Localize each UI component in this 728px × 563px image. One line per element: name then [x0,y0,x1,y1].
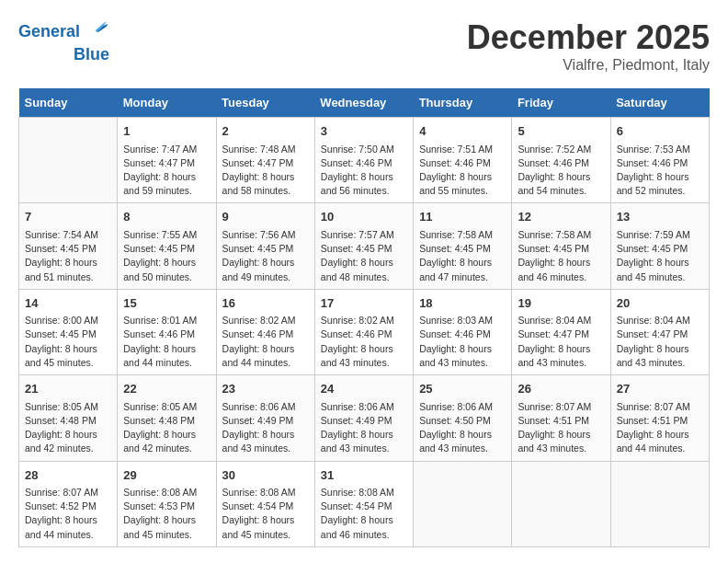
calendar-cell: 16Sunrise: 8:02 AMSunset: 4:46 PMDayligh… [216,289,314,374]
column-header-tuesday: Tuesday [216,88,314,118]
day-number: 24 [321,380,407,398]
calendar-cell: 10Sunrise: 7:57 AMSunset: 4:45 PMDayligh… [314,203,413,289]
day-info: Sunrise: 8:06 AMSunset: 4:50 PMDaylight:… [419,400,506,456]
calendar-cell: 24Sunrise: 8:06 AMSunset: 4:49 PMDayligh… [314,375,413,461]
day-info: Sunrise: 7:56 AMSunset: 4:45 PMDaylight:… [222,228,309,284]
day-info: Sunrise: 7:51 AMSunset: 4:46 PMDaylight:… [419,143,506,199]
calendar-week-3: 14Sunrise: 8:00 AMSunset: 4:45 PMDayligh… [19,289,710,374]
day-number: 22 [123,380,210,398]
day-number: 4 [419,122,506,141]
logo-blue: Blue [74,46,109,64]
day-number: 2 [222,122,309,141]
calendar-table: SundayMondayTuesdayWednesdayThursdayFrid… [18,88,710,547]
day-number: 17 [321,294,407,313]
day-info: Sunrise: 7:58 AMSunset: 4:45 PMDaylight:… [518,228,604,284]
calendar-cell: 28Sunrise: 8:07 AMSunset: 4:52 PMDayligh… [19,461,118,546]
calendar-cell: 8Sunrise: 7:55 AMSunset: 4:45 PMDaylight… [118,203,216,289]
day-info: Sunrise: 8:00 AMSunset: 4:45 PMDaylight:… [25,314,111,370]
calendar-cell: 11Sunrise: 7:58 AMSunset: 4:45 PMDayligh… [414,203,512,289]
location-subtitle: Vialfre, Piedmont, Italy [467,57,710,74]
day-info: Sunrise: 8:06 AMSunset: 4:49 PMDaylight:… [222,400,309,456]
day-number: 18 [419,294,506,313]
day-number: 7 [25,208,111,226]
day-info: Sunrise: 7:50 AMSunset: 4:46 PMDaylight:… [321,143,407,199]
day-info: Sunrise: 8:07 AMSunset: 4:51 PMDaylight:… [617,400,703,456]
calendar-cell: 18Sunrise: 8:03 AMSunset: 4:46 PMDayligh… [414,289,512,374]
calendar-week-4: 21Sunrise: 8:05 AMSunset: 4:48 PMDayligh… [19,375,710,461]
calendar-cell: 1Sunrise: 7:47 AMSunset: 4:47 PMDaylight… [118,118,216,203]
calendar-cell [414,461,512,546]
calendar-cell: 13Sunrise: 7:59 AMSunset: 4:45 PMDayligh… [610,203,709,289]
calendar-cell: 27Sunrise: 8:07 AMSunset: 4:51 PMDayligh… [610,375,709,461]
calendar-cell: 6Sunrise: 7:53 AMSunset: 4:46 PMDaylight… [610,118,709,203]
column-header-sunday: Sunday [19,88,118,118]
calendar-cell: 31Sunrise: 8:08 AMSunset: 4:54 PMDayligh… [314,461,413,546]
calendar-cell: 9Sunrise: 7:56 AMSunset: 4:45 PMDaylight… [216,203,314,289]
calendar-cell: 22Sunrise: 8:05 AMSunset: 4:48 PMDayligh… [118,375,216,461]
logo: General Blue [18,18,109,64]
day-info: Sunrise: 8:02 AMSunset: 4:46 PMDaylight:… [222,314,309,370]
day-number: 29 [123,466,210,485]
day-info: Sunrise: 8:05 AMSunset: 4:48 PMDaylight:… [25,400,111,456]
day-number: 28 [25,466,111,485]
day-info: Sunrise: 8:04 AMSunset: 4:47 PMDaylight:… [518,314,604,370]
day-info: Sunrise: 8:08 AMSunset: 4:54 PMDaylight:… [222,486,309,542]
calendar-header-row: SundayMondayTuesdayWednesdayThursdayFrid… [19,88,710,118]
calendar-week-5: 28Sunrise: 8:07 AMSunset: 4:52 PMDayligh… [19,461,710,546]
column-header-wednesday: Wednesday [314,88,413,118]
day-info: Sunrise: 8:05 AMSunset: 4:48 PMDaylight:… [123,400,210,456]
day-info: Sunrise: 7:48 AMSunset: 4:47 PMDaylight:… [222,143,309,199]
calendar-cell: 19Sunrise: 8:04 AMSunset: 4:47 PMDayligh… [512,289,610,374]
calendar-cell: 2Sunrise: 7:48 AMSunset: 4:47 PMDaylight… [216,118,314,203]
day-number: 9 [222,208,309,226]
logo-bird-icon [82,18,109,46]
calendar-cell [19,118,118,203]
page-header: General Blue December 2025 Vialfre, Pied… [18,18,710,74]
day-number: 23 [222,380,309,398]
column-header-thursday: Thursday [414,88,512,118]
calendar-cell: 4Sunrise: 7:51 AMSunset: 4:46 PMDaylight… [414,118,512,203]
day-number: 21 [25,380,111,398]
calendar-cell: 3Sunrise: 7:50 AMSunset: 4:46 PMDaylight… [314,118,413,203]
column-header-friday: Friday [512,88,610,118]
calendar-cell: 23Sunrise: 8:06 AMSunset: 4:49 PMDayligh… [216,375,314,461]
day-info: Sunrise: 8:02 AMSunset: 4:46 PMDaylight:… [321,314,407,370]
day-number: 12 [518,208,604,226]
day-number: 11 [419,208,506,226]
day-info: Sunrise: 8:03 AMSunset: 4:46 PMDaylight:… [419,314,506,370]
day-number: 19 [518,294,604,313]
day-number: 20 [617,294,703,313]
logo-general: General [18,23,80,41]
day-number: 14 [25,294,111,313]
day-info: Sunrise: 7:55 AMSunset: 4:45 PMDaylight:… [123,228,210,284]
calendar-cell: 20Sunrise: 8:04 AMSunset: 4:47 PMDayligh… [610,289,709,374]
calendar-week-1: 1Sunrise: 7:47 AMSunset: 4:47 PMDaylight… [19,118,710,203]
calendar-cell: 30Sunrise: 8:08 AMSunset: 4:54 PMDayligh… [216,461,314,546]
day-number: 26 [518,380,604,398]
calendar-cell: 7Sunrise: 7:54 AMSunset: 4:45 PMDaylight… [19,203,118,289]
day-info: Sunrise: 7:58 AMSunset: 4:45 PMDaylight:… [419,228,506,284]
day-number: 30 [222,466,309,485]
calendar-week-2: 7Sunrise: 7:54 AMSunset: 4:45 PMDaylight… [19,203,710,289]
calendar-cell: 14Sunrise: 8:00 AMSunset: 4:45 PMDayligh… [19,289,118,374]
calendar-cell: 26Sunrise: 8:07 AMSunset: 4:51 PMDayligh… [512,375,610,461]
calendar-cell: 29Sunrise: 8:08 AMSunset: 4:53 PMDayligh… [118,461,216,546]
day-number: 13 [617,208,703,226]
day-number: 8 [123,208,210,226]
day-info: Sunrise: 8:06 AMSunset: 4:49 PMDaylight:… [321,400,407,456]
day-info: Sunrise: 7:53 AMSunset: 4:46 PMDaylight:… [617,143,703,199]
day-info: Sunrise: 8:08 AMSunset: 4:54 PMDaylight:… [321,486,407,542]
calendar-cell: 12Sunrise: 7:58 AMSunset: 4:45 PMDayligh… [512,203,610,289]
calendar-cell: 25Sunrise: 8:06 AMSunset: 4:50 PMDayligh… [414,375,512,461]
day-number: 16 [222,294,309,313]
column-header-monday: Monday [118,88,216,118]
day-info: Sunrise: 7:47 AMSunset: 4:47 PMDaylight:… [123,143,210,199]
day-info: Sunrise: 7:54 AMSunset: 4:45 PMDaylight:… [25,228,111,284]
calendar-cell: 15Sunrise: 8:01 AMSunset: 4:46 PMDayligh… [118,289,216,374]
day-info: Sunrise: 7:52 AMSunset: 4:46 PMDaylight:… [518,143,604,199]
calendar-cell: 21Sunrise: 8:05 AMSunset: 4:48 PMDayligh… [19,375,118,461]
day-number: 6 [617,122,703,141]
day-number: 31 [321,466,407,485]
day-info: Sunrise: 8:04 AMSunset: 4:47 PMDaylight:… [617,314,703,370]
column-header-saturday: Saturday [610,88,709,118]
